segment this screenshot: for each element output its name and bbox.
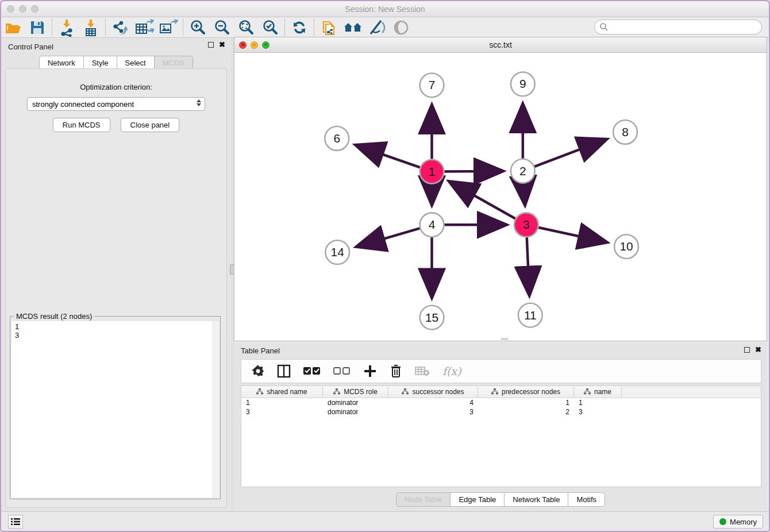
edge-3-1[interactable]	[451, 182, 515, 219]
column-header-shared-name[interactable]: shared name	[241, 386, 323, 398]
table-cell[interactable]: 1	[241, 398, 323, 407]
criterion-dropdown[interactable]: strongly connected component	[27, 97, 205, 111]
import-network-icon[interactable]	[55, 18, 79, 37]
title-bar: Session: New Session	[1, 1, 769, 17]
edge-3-10[interactable]	[538, 228, 606, 242]
tab-node-table[interactable]: Node Table	[396, 492, 451, 507]
table-cell[interactable]: 1	[574, 398, 622, 407]
network-canvas[interactable]: 7968124314101511	[234, 53, 767, 341]
select-all-icon[interactable]	[303, 367, 321, 376]
export-network-icon[interactable]	[108, 18, 132, 37]
column-header-name[interactable]: name	[574, 386, 622, 398]
node-label-9: 9	[519, 77, 526, 90]
table-cell[interactable]: dominator	[323, 407, 388, 417]
column-hierarchy-icon	[402, 388, 409, 395]
column-header-successor-nodes[interactable]: successor nodes	[388, 386, 478, 398]
column-header-MCDS-role[interactable]: MCDS role	[323, 386, 388, 398]
table-cell[interactable]: 3	[574, 407, 622, 417]
toolbar-separator	[314, 19, 314, 36]
split-columns-icon[interactable]	[277, 364, 291, 378]
gear-icon[interactable]	[252, 365, 264, 377]
show-panels-button[interactable]	[8, 515, 23, 529]
duplicate-network-icon[interactable]	[317, 18, 341, 37]
node-label-1: 1	[429, 165, 436, 178]
float-table-panel-icon[interactable]	[744, 347, 750, 353]
table-row[interactable]: 1dominator411	[241, 398, 761, 407]
table-cell[interactable]: 3	[241, 407, 323, 417]
table-cell[interactable]: dominator	[323, 398, 388, 407]
table-cell[interactable]: 2	[478, 407, 574, 417]
export-image-icon[interactable]	[156, 18, 180, 37]
graphics-details-icon[interactable]	[365, 18, 389, 37]
delete-icon[interactable]	[390, 364, 402, 378]
criterion-dropdown-value: strongly connected component	[32, 100, 134, 109]
close-table-panel-icon[interactable]: ✖	[755, 347, 761, 353]
export-table-icon[interactable]	[132, 18, 156, 37]
window-title: Session: New Session	[1, 5, 769, 14]
network-graph[interactable]: 7968124314101511	[234, 53, 767, 341]
network-view-window: ✕ − + scc.txt 7968124314101511	[234, 37, 767, 341]
network-resize-grip[interactable]	[500, 338, 509, 340]
table-row[interactable]: 3dominator323	[241, 407, 761, 417]
result-scrollbar[interactable]	[213, 321, 219, 498]
column-hierarchy-icon	[584, 388, 591, 395]
node-label-6: 6	[333, 132, 340, 145]
edge-2-3[interactable]	[523, 184, 525, 204]
mcds-result-group: MCDS result (2 nodes) 1 3	[10, 316, 221, 499]
toolbar-separator	[52, 19, 52, 36]
control-panel: Control Panel ✖ Network Style Select MCD…	[1, 38, 231, 511]
memory-status-icon	[719, 518, 726, 525]
column-header-predecessor-nodes[interactable]: predecessor nodes	[478, 386, 574, 398]
tab-network-table[interactable]: Network Table	[505, 492, 568, 507]
node-label-10: 10	[619, 240, 633, 253]
close-panel-icon[interactable]: ✖	[219, 42, 225, 48]
table-cell[interactable]: 1	[478, 398, 574, 407]
run-mcds-button[interactable]: Run MCDS	[53, 118, 110, 132]
zoom-in-icon[interactable]	[186, 18, 210, 37]
search-input[interactable]	[594, 20, 762, 34]
edge-3-11[interactable]	[527, 237, 529, 294]
function-builder-icon[interactable]: f(x)	[442, 365, 461, 377]
fit-content-icon[interactable]	[234, 18, 258, 37]
mcds-result-title: MCDS result (2 nodes)	[14, 312, 94, 321]
deselect-all-icon[interactable]	[333, 367, 351, 376]
tab-motifs[interactable]: Motifs	[568, 492, 605, 507]
float-panel-icon[interactable]	[208, 42, 214, 48]
edge-4-14[interactable]	[358, 228, 420, 246]
close-panel-button[interactable]: Close panel	[121, 118, 180, 132]
memory-button[interactable]: Memory	[713, 515, 763, 529]
delete-table-icon[interactable]	[415, 365, 430, 377]
status-bar: Memory	[1, 511, 769, 531]
mcds-result-text[interactable]: 1 3	[11, 321, 219, 498]
zoom-selected-icon[interactable]	[258, 18, 282, 37]
zoom-out-icon[interactable]	[210, 18, 234, 37]
refresh-icon[interactable]	[287, 18, 311, 37]
import-table-icon[interactable]	[79, 18, 103, 37]
node-table-body: 1dominator4113dominator323	[241, 398, 761, 417]
memory-label: Memory	[730, 518, 757, 526]
network-window-titlebar[interactable]: ✕ − + scc.txt	[234, 37, 767, 53]
save-session-icon[interactable]	[25, 18, 49, 37]
list-icon	[11, 518, 20, 526]
bird-eye-icon[interactable]	[389, 18, 413, 37]
tab-edge-table[interactable]: Edge Table	[451, 492, 505, 507]
node-label-11: 11	[524, 309, 537, 322]
edge-1-6[interactable]	[357, 145, 420, 167]
first-neighbors-icon[interactable]	[341, 18, 365, 37]
node-label-8: 8	[622, 125, 629, 138]
main-toolbar	[1, 17, 769, 38]
node-label-7: 7	[429, 78, 436, 91]
column-hierarchy-icon	[491, 388, 498, 395]
node-label-3: 3	[523, 218, 530, 231]
edge-2-8[interactable]	[534, 140, 605, 167]
column-header-label: predecessor nodes	[502, 388, 560, 396]
add-column-icon[interactable]	[363, 364, 377, 378]
edge-1-2[interactable]	[444, 171, 502, 172]
open-session-icon[interactable]	[1, 18, 25, 37]
column-hierarchy-icon	[333, 388, 340, 395]
node-label-2: 2	[519, 164, 526, 178]
table-cell[interactable]: 3	[388, 407, 478, 417]
network-window-title: scc.txt	[234, 40, 767, 49]
mcds-tab-content: Optimization criterion: strongly connect…	[5, 68, 227, 508]
table-cell[interactable]: 4	[388, 398, 478, 407]
